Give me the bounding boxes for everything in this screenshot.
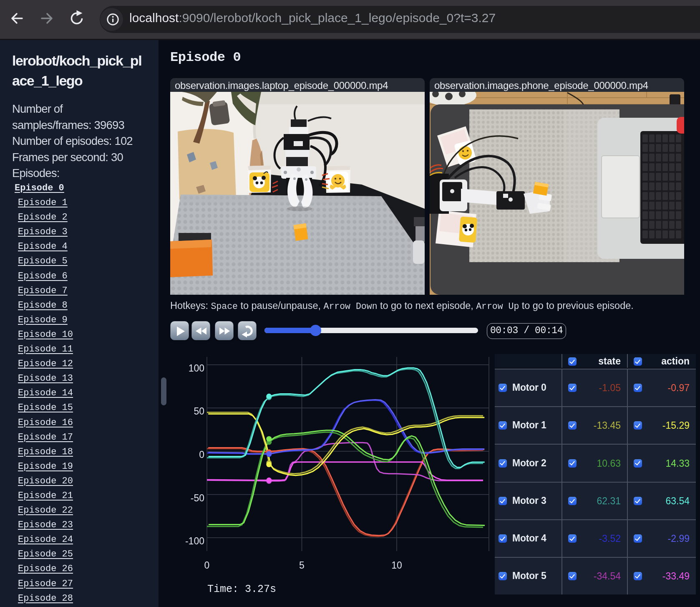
svg-text:-50: -50: [191, 493, 204, 503]
svg-text:50: 50: [194, 406, 204, 417]
svg-text:10: 10: [391, 560, 402, 571]
svg-text:0: 0: [204, 560, 210, 571]
svg-text:-100: -100: [185, 536, 204, 546]
svg-text:5: 5: [299, 560, 305, 571]
svg-text:0: 0: [199, 449, 204, 460]
svg-text:100: 100: [189, 363, 204, 374]
